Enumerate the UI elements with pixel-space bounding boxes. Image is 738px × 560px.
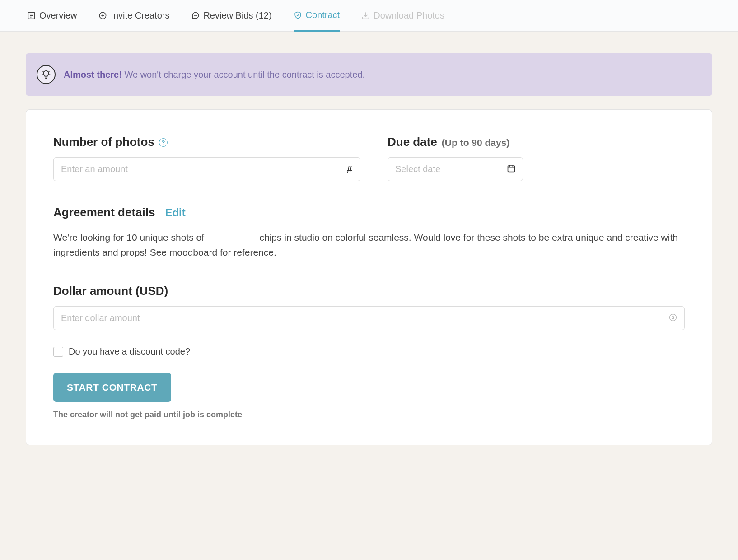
discount-checkbox[interactable] (53, 347, 63, 357)
chat-icon (191, 11, 200, 20)
banner-bold: Almost there! (64, 70, 122, 79)
tab-label: Invite Creators (111, 10, 169, 21)
tab-bar: Overview Invite Creators Review Bids (12… (0, 0, 738, 32)
tab-review-bids[interactable]: Review Bids (12) (191, 0, 271, 31)
svg-line-11 (43, 71, 44, 72)
due-date-label: Due date (Up to 90 days) (388, 135, 523, 149)
agreement-title: Agreement details (53, 205, 155, 219)
svg-point-9 (196, 15, 197, 16)
due-date-input[interactable] (388, 157, 523, 181)
svg-point-8 (196, 15, 196, 16)
edit-link[interactable]: Edit (165, 206, 185, 219)
plus-circle-icon (98, 11, 107, 20)
tab-invite-creators[interactable]: Invite Creators (98, 0, 169, 31)
contract-form: Number of photos ? # Due date (Up to 90 … (26, 109, 712, 445)
start-contract-button[interactable]: START CONTRACT (53, 373, 171, 402)
discount-label: Do you have a discount code? (69, 346, 190, 357)
tab-download-photos: Download Photos (361, 0, 444, 31)
lightbulb-icon (37, 65, 56, 84)
dollar-label: Dollar amount (USD) (53, 284, 685, 298)
banner-text: Almost there! We won't charge your accou… (64, 68, 365, 81)
svg-line-12 (49, 71, 50, 72)
tab-label: Overview (39, 10, 77, 21)
svg-point-7 (194, 15, 195, 16)
info-banner: Almost there! We won't charge your accou… (26, 53, 712, 96)
tab-contract[interactable]: Contract (294, 0, 340, 32)
tab-label: Review Bids (12) (203, 10, 271, 21)
number-of-photos-input[interactable] (53, 157, 360, 181)
tab-overview[interactable]: Overview (27, 0, 77, 31)
photos-label: Number of photos ? (53, 135, 360, 149)
help-icon[interactable]: ? (159, 138, 168, 147)
banner-rest: We won't charge your account until the c… (122, 70, 365, 79)
overview-icon (27, 11, 36, 20)
tab-label: Download Photos (374, 10, 444, 21)
agreement-body: We're looking for 10 unique shots of chi… (53, 230, 685, 260)
shield-check-icon (294, 11, 302, 19)
tab-label: Contract (306, 10, 340, 20)
dollar-amount-input[interactable] (53, 306, 685, 330)
submit-note: The creator will not get paid until job … (53, 410, 685, 420)
content-container: Almost there! We won't charge your accou… (3, 32, 735, 467)
download-icon (361, 11, 370, 20)
